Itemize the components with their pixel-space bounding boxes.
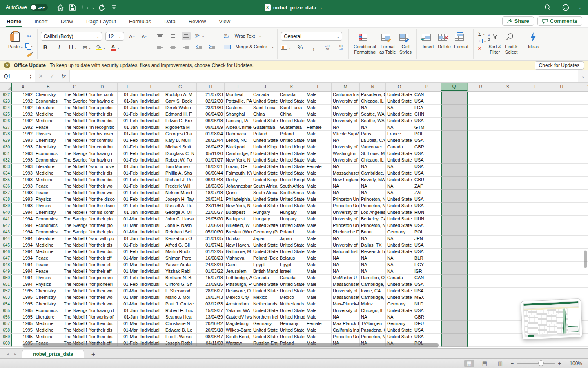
- cell[interactable]: Male: [305, 131, 332, 137]
- cell[interactable]: Canada: [252, 275, 278, 281]
- column-header-p[interactable]: P: [413, 83, 441, 91]
- cell[interactable]: 01-Feb: [118, 203, 139, 209]
- tab-home[interactable]: Home: [6, 16, 22, 27]
- cell[interactable]: [494, 288, 521, 294]
- tab-insert[interactable]: Insert: [33, 16, 49, 27]
- cell[interactable]: 01-Jan: [118, 124, 139, 131]
- cell[interactable]: "for their dis: [87, 111, 118, 118]
- cell[interactable]: Individual: [139, 203, 164, 209]
- cell[interactable]: [575, 288, 588, 294]
- cell[interactable]: United State: [278, 170, 305, 177]
- cell[interactable]: Male: [305, 105, 332, 111]
- cell[interactable]: United State: [252, 150, 278, 157]
- row-header[interactable]: 626: [0, 118, 12, 124]
- increase-indent-button[interactable]: [208, 43, 217, 51]
- column-header-c[interactable]: C: [62, 83, 87, 91]
- formula-input[interactable]: [69, 70, 578, 82]
- cell[interactable]: NA: [332, 268, 360, 275]
- cell[interactable]: CHN: [413, 111, 441, 118]
- cell[interactable]: Poland (Bela: [252, 255, 278, 262]
- cell[interactable]: Israel: [278, 268, 305, 275]
- cell[interactable]: Irvine, CA: [360, 288, 386, 294]
- cell[interactable]: [468, 294, 494, 301]
- cell[interactable]: 18/03/36: [197, 183, 225, 190]
- cell[interactable]: GTM: [413, 124, 441, 131]
- cell[interactable]: 01-Mar: [118, 216, 139, 222]
- align-right-button[interactable]: [182, 43, 191, 51]
- cell[interactable]: [494, 111, 521, 118]
- cell[interactable]: Individual: [139, 164, 164, 170]
- cell[interactable]: NA: [332, 255, 360, 262]
- cell[interactable]: Male: [305, 196, 332, 203]
- row-header[interactable]: 633: [0, 164, 12, 170]
- cell[interactable]: The Nobel Pr: [62, 294, 87, 301]
- cell[interactable]: United State: [386, 327, 413, 334]
- cell[interactable]: Rheinische F: [332, 229, 360, 236]
- cell[interactable]: 01-Feb: [118, 249, 139, 255]
- cell[interactable]: [575, 190, 588, 196]
- cell[interactable]: California Ins: [332, 92, 360, 98]
- cell[interactable]: Economics: [34, 307, 62, 314]
- cell[interactable]: 1994: [12, 222, 34, 229]
- cell[interactable]: NA: [386, 262, 413, 268]
- row-header[interactable]: 640: [0, 209, 12, 216]
- cell[interactable]: [494, 301, 521, 307]
- cell[interactable]: Individual: [139, 294, 164, 301]
- cell[interactable]: [494, 268, 521, 275]
- cell[interactable]: Female: [305, 321, 332, 327]
- cell[interactable]: Chemistry: [34, 209, 62, 216]
- customize-toolbar-icon[interactable]: [108, 2, 120, 12]
- cell[interactable]: [441, 294, 468, 301]
- cell[interactable]: 28/11/50: [197, 203, 225, 209]
- format-as-table-button[interactable]: ⌄ Formatas Table: [378, 30, 398, 56]
- cell[interactable]: The Nobel Pe: [62, 183, 87, 190]
- cell[interactable]: Peace: [34, 255, 62, 262]
- cell[interactable]: 1993: [12, 164, 34, 170]
- cell[interactable]: Individual: [139, 111, 164, 118]
- cell[interactable]: Baltimore, M: [225, 249, 252, 255]
- cell[interactable]: Mexico: [252, 294, 278, 301]
- column-header-q[interactable]: Q: [441, 83, 468, 91]
- cell[interactable]: 01-Feb: [118, 196, 139, 203]
- cell[interactable]: Male: [305, 209, 332, 216]
- cell[interactable]: The Sveriges: [62, 98, 87, 105]
- cell[interactable]: 01/07/41: [197, 242, 225, 249]
- cell[interactable]: 23/09/15: [197, 281, 225, 288]
- cell[interactable]: "for their eff: [87, 262, 118, 268]
- cell[interactable]: Guatemala: [252, 124, 278, 131]
- cell[interactable]: 1994: [12, 268, 34, 275]
- align-middle-button[interactable]: [169, 32, 178, 40]
- cell[interactable]: The Nobel Pr: [62, 314, 87, 321]
- cell[interactable]: Male: [305, 111, 332, 118]
- cell[interactable]: NA: [386, 183, 413, 190]
- cell[interactable]: Blackpool: [225, 144, 252, 150]
- cell[interactable]: "for their wo: [87, 301, 118, 307]
- cell[interactable]: Physics: [34, 203, 62, 209]
- row-header[interactable]: 625: [0, 111, 12, 118]
- row-header[interactable]: 660: [0, 340, 12, 347]
- cell[interactable]: United State: [386, 281, 413, 288]
- cell[interactable]: University of: [332, 242, 360, 249]
- cell[interactable]: "for the disco: [87, 196, 118, 203]
- row-header[interactable]: 654: [0, 301, 12, 307]
- cell[interactable]: Literature: [34, 164, 62, 170]
- cell[interactable]: [441, 131, 468, 137]
- cell[interactable]: [521, 229, 548, 236]
- cell[interactable]: [521, 131, 548, 137]
- cell[interactable]: Bluefield, W: [225, 222, 252, 229]
- cell[interactable]: Cambridge, N: [225, 150, 252, 157]
- cell[interactable]: USA: [413, 118, 441, 124]
- cell[interactable]: [468, 203, 494, 209]
- cell[interactable]: [468, 281, 494, 288]
- cell[interactable]: Individual: [139, 334, 164, 340]
- cell[interactable]: Princeton, NJ: [360, 203, 386, 209]
- cell[interactable]: The Nobel Pr: [62, 137, 87, 144]
- cell[interactable]: [521, 118, 548, 124]
- cell[interactable]: [521, 164, 548, 170]
- cell[interactable]: [548, 111, 575, 118]
- cell[interactable]: 1994: [12, 236, 34, 242]
- cell[interactable]: 01-Mar: [118, 321, 139, 327]
- cell[interactable]: 01-Jan: [118, 98, 139, 105]
- cell[interactable]: [441, 196, 468, 203]
- row-header[interactable]: 650: [0, 275, 12, 281]
